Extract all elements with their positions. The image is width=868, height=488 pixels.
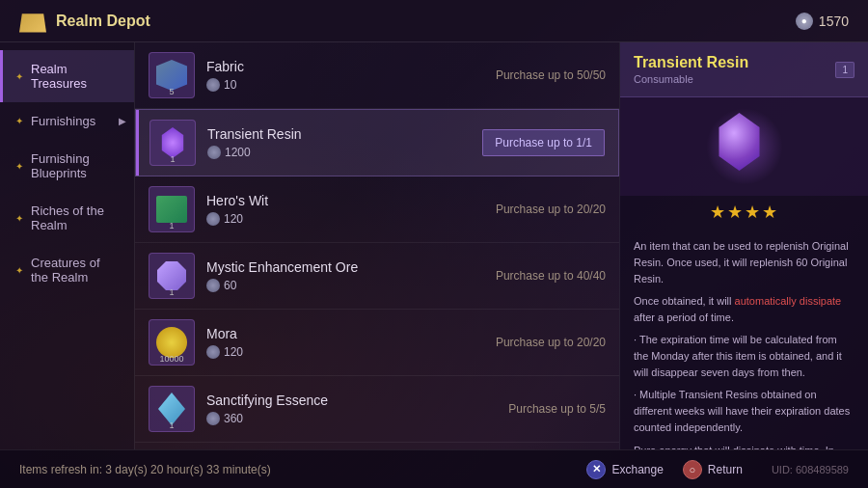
item-name-essence: Sanctifying Essence	[206, 393, 508, 408]
currency-icon: ●	[796, 13, 813, 30]
item-stock-fabric: Purchase up to 50/50	[496, 68, 606, 82]
item-name-book: Hero's Wit	[206, 193, 496, 208]
sidebar-item-furnishing-blueprints[interactable]: ✦ Furnishing Blueprints	[0, 140, 134, 192]
item-stock-mora: Purchase up to 20/20	[496, 336, 606, 349]
desc-bullet-2: · Multiple Transient Resins obtained on …	[634, 387, 854, 436]
desc-highlight: automatically dissipate	[735, 295, 842, 307]
sidebar-item-creatures[interactable]: ✦ Creatures of the Realm	[0, 244, 134, 296]
currency-amount: 1570	[819, 14, 849, 29]
item-icon-essence: 1	[149, 386, 195, 432]
sidebar-item-riches-of-realm[interactable]: ✦ Riches of the Realm	[0, 192, 134, 244]
main-container: ✦ RealmTreasures ✦ Furnishings ▶ ✦ Furni…	[0, 42, 868, 449]
shop-item-ore[interactable]: 1 Mystic Enhancement Ore 60 Purchase up …	[135, 243, 619, 310]
shop-item-unction[interactable]: 1 Sanctifying Unction 90 Purchase up to …	[135, 443, 619, 449]
shop-item-transient-resin[interactable]: 1 Transient Resin 1200 Purchase up to 1/…	[135, 109, 619, 176]
desc-bullet-1: · The expiration time will be calculated…	[634, 332, 854, 381]
star-icon: ✦	[15, 161, 23, 172]
item-info-essence: Sanctifying Essence 360	[206, 393, 508, 425]
detail-badge: 1	[835, 62, 854, 78]
uid-text: UID: 608489589	[772, 464, 849, 475]
purchase-button-resin[interactable]: Purchase up to 1/1	[482, 129, 605, 156]
exchange-label: Exchange	[611, 463, 663, 476]
item-icon-resin: 1	[149, 120, 196, 166]
detail-panel: Transient Resin Consumable 1 ★★★★ An ite…	[619, 42, 868, 449]
item-price-fabric: 10	[206, 78, 496, 92]
item-info-mora: Mora 120	[206, 326, 496, 359]
desc-para-1: An item that can be used to replenish Or…	[634, 238, 854, 287]
shop-item-fabric[interactable]: 5 Fabric 10 Purchase up to 50/50	[135, 42, 619, 109]
shop-item-mora[interactable]: 10000 Mora 120 Purchase up to 20/20	[135, 310, 619, 376]
return-icon: ○	[683, 460, 702, 479]
item-name-mora: Mora	[206, 326, 496, 341]
exchange-icon: ✕	[586, 460, 606, 479]
detail-description: An item that can be used to replenish Or…	[620, 229, 868, 449]
item-info-fabric: Fabric 10	[206, 59, 496, 92]
price-icon	[206, 212, 220, 226]
sidebar-label: Riches of the Realm	[31, 203, 119, 232]
star-icon: ✦	[15, 213, 23, 224]
star-icon: ✦	[15, 265, 23, 276]
item-info-ore: Mystic Enhancement Ore 60	[206, 259, 496, 292]
item-name-ore: Mystic Enhancement Ore	[206, 259, 496, 275]
item-price-resin: 1200	[207, 146, 473, 159]
sidebar-label: RealmTreasures	[31, 62, 87, 91]
price-icon	[207, 146, 221, 159]
exchange-button[interactable]: ✕ Exchange	[586, 460, 663, 479]
selected-indicator	[136, 110, 139, 176]
sidebar: ✦ RealmTreasures ✦ Furnishings ▶ ✦ Furni…	[0, 42, 135, 449]
book-icon	[156, 196, 187, 223]
item-icon-mora: 10000	[149, 319, 195, 366]
item-price-book: 120	[206, 212, 496, 226]
sidebar-label: Furnishing Blueprints	[31, 151, 119, 180]
detail-image	[711, 113, 778, 180]
star-icon: ✦	[15, 116, 23, 126]
refresh-text: Items refresh in: 3 day(s) 20 hour(s) 33…	[19, 463, 271, 476]
shop-icon	[19, 10, 46, 33]
item-name-resin: Transient Resin	[207, 126, 473, 142]
detail-header: Transient Resin Consumable 1	[620, 42, 868, 97]
detail-title: Transient Resin	[634, 54, 748, 71]
desc-extra: Pure energy that will dissipate with tim…	[634, 443, 854, 449]
shop-list: 5 Fabric 10 Purchase up to 50/50 1 Trans…	[135, 42, 619, 449]
bottom-bar: Items refresh in: 3 day(s) 20 hour(s) 33…	[0, 449, 868, 488]
item-icon-ore: 1	[149, 253, 195, 299]
item-price-ore: 60	[206, 279, 496, 292]
item-stock-ore: Purchase up to 40/40	[496, 269, 606, 283]
currency-display: ● 1570	[796, 13, 849, 30]
top-bar: Realm Depot ● 1570	[0, 0, 868, 42]
price-icon	[206, 78, 220, 92]
item-info-resin: Transient Resin 1200	[207, 126, 473, 159]
bottom-actions: ✕ Exchange ○ Return	[586, 460, 742, 479]
sidebar-item-furnishings[interactable]: ✦ Furnishings ▶	[0, 102, 134, 140]
desc-para-2: Once obtained, it will automatically dis…	[634, 293, 854, 326]
price-icon	[206, 279, 220, 292]
item-icon-book: 1	[149, 186, 195, 232]
arrow-icon: ▶	[119, 116, 126, 126]
detail-type: Consumable	[634, 73, 748, 85]
return-button[interactable]: ○ Return	[683, 460, 743, 479]
item-icon-fabric: 5	[149, 52, 195, 98]
detail-image-area	[620, 97, 868, 196]
price-icon	[206, 345, 220, 359]
price-icon	[206, 412, 220, 425]
item-price-mora: 120	[206, 345, 496, 359]
detail-stars: ★★★★	[620, 196, 868, 229]
window-title: Realm Depot	[56, 13, 150, 30]
ore-icon	[157, 261, 186, 290]
item-stock-essence: Purchase up to 5/5	[508, 402, 606, 416]
item-stock-book: Purchase up to 20/20	[496, 203, 606, 216]
item-name-fabric: Fabric	[206, 59, 496, 74]
sidebar-label: Furnishings	[31, 114, 95, 128]
item-info-book: Hero's Wit 120	[206, 193, 496, 226]
item-price-essence: 360	[206, 412, 508, 425]
star-icon: ✦	[15, 71, 23, 82]
sidebar-label: Creatures of the Realm	[31, 256, 119, 285]
sidebar-item-realm-treasures[interactable]: ✦ RealmTreasures	[0, 50, 134, 102]
shop-item-essence[interactable]: 1 Sanctifying Essence 360 Purchase up to…	[135, 376, 619, 443]
return-label: Return	[708, 463, 743, 476]
shop-item-heros-wit[interactable]: 1 Hero's Wit 120 Purchase up to 20/20	[135, 176, 619, 243]
